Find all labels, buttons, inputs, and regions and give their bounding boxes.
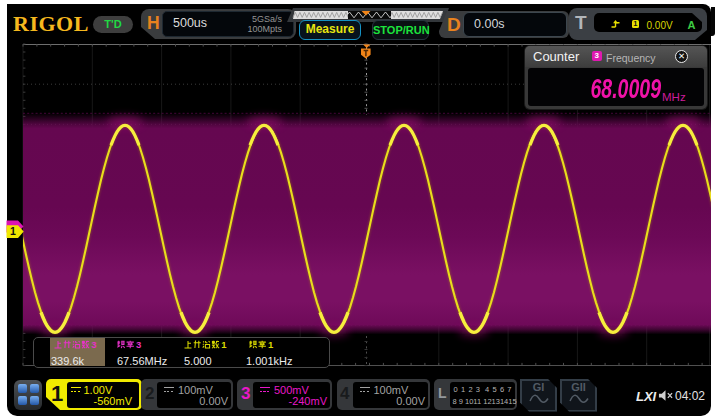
svg-text:3: 3 [136,339,141,350]
svg-text:1: 1 [221,339,227,350]
svg-text:3: 3 [91,339,96,350]
svg-text:1: 1 [268,339,274,350]
